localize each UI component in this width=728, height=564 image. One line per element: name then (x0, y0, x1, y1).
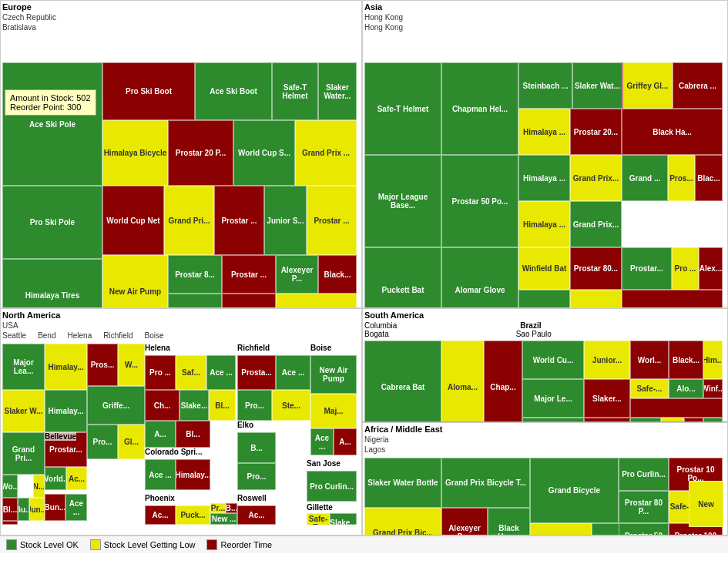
b-e-cell[interactable]: B... (237, 432, 276, 463)
blah-cell[interactable]: Bl... (176, 421, 210, 448)
himalaya-3-cell[interactable]: Himalaya ... (518, 201, 570, 247)
junior-s-cell[interactable]: Junior S... (264, 186, 307, 255)
slaker-wb-af-cell[interactable]: Slaker Water Bottle (364, 458, 441, 508)
slaker-wat-cell[interactable]: Slaker Wat... (572, 62, 622, 109)
prostar-50-cell[interactable]: Prostar 50 Po... (441, 155, 518, 247)
new-air-pump-na-cell[interactable]: New Air Pump (310, 355, 357, 394)
himalay-na-cell[interactable]: Himalay... (45, 344, 87, 390)
prostar-20-asia-cell[interactable]: Prostar 20... (570, 109, 622, 155)
world-cup-net-cell[interactable]: World Cup Net (102, 186, 164, 255)
pro-e-cell[interactable]: Pro... (237, 463, 276, 490)
pros-na1-cell[interactable]: Pros... (87, 344, 118, 386)
prosta-r-cell[interactable]: Prosta... (237, 355, 276, 390)
slake-gil[interactable]: Slake... (330, 513, 357, 525)
ace-h-cell[interactable]: Ace ... (206, 355, 236, 390)
grand-prix-bic2-af-cell[interactable]: Grand Prix Bic... (364, 508, 441, 535)
safe-sp-cell[interactable]: Safe-... (630, 379, 669, 398)
bu-na[interactable]: Bu... (18, 498, 29, 521)
safe-gil[interactable]: Safe-T... (307, 513, 330, 525)
grand-bic-af-cell[interactable]: Grand Bicycle (530, 458, 619, 523)
grand-pri-cell[interactable]: Grand Pri... (164, 186, 214, 255)
alexeyer-p-cell[interactable]: Alexeyer P... (276, 255, 318, 294)
ac-ph[interactable]: Ac... (145, 505, 176, 525)
black-haw-af-cell[interactable]: Black Haw... (488, 508, 530, 535)
chap-cell[interactable]: Chap... (484, 341, 522, 421)
world-na[interactable]: World... (45, 467, 66, 490)
alomar-glove-cell[interactable]: Alomar Glove (441, 247, 518, 308)
black-2-cell[interactable]: Black... (222, 294, 276, 308)
grand-prix-cell[interactable]: Grand Prix ... (295, 120, 357, 186)
alo-sp-cell[interactable]: Alo... (669, 379, 703, 398)
asia-safe-t-cell[interactable]: Safe-T Helmet (364, 62, 441, 155)
ac-na[interactable]: Ac... (66, 467, 87, 490)
ace-b-cell[interactable]: Ace ... (310, 428, 334, 455)
ac-ro[interactable]: Ac... (237, 505, 276, 525)
ace2-h-cell[interactable]: A... (145, 421, 176, 448)
low-right-cell[interactable] (622, 62, 623, 109)
world-cup-s-cell[interactable]: World Cup S... (233, 120, 295, 186)
bottom-right-cell[interactable] (276, 294, 357, 308)
winfield-bat-cell[interactable]: Winfield Bat (518, 247, 570, 290)
himalay-c-cell[interactable]: Himalay... (176, 459, 210, 490)
puck-ph[interactable]: Puck... (176, 505, 210, 525)
chapman-hel-cell[interactable]: Chapman Hel... (441, 62, 518, 155)
new-air-pump-cell[interactable]: New Air Pump (102, 255, 168, 308)
a-b-cell[interactable]: A... (334, 428, 357, 455)
pro-ski-boot-cell[interactable]: Pro Ski Boot (102, 62, 195, 120)
griffe-na-cell[interactable]: Griffe... (87, 386, 145, 425)
pro-curl-af-cell[interactable]: Pro Curlin... (619, 458, 669, 491)
new-bottom-cell[interactable]: New (689, 481, 723, 527)
puckett-bat-cell[interactable]: Puckett Bat (364, 247, 441, 308)
blac-asia-cell[interactable]: Blac... (695, 155, 723, 201)
himalaya-2-cell[interactable]: Himalaya ... (518, 155, 570, 201)
prostar-2-cell[interactable]: Prostar ... (307, 186, 357, 255)
pro-sj-cell[interactable]: Pro Curlin... (307, 471, 357, 502)
cabrera-bat-cell[interactable]: Cabrera Bat (364, 341, 441, 421)
major-league-cell[interactable]: Major League Base... (364, 155, 441, 247)
black-sp-cell[interactable]: Black... (669, 341, 703, 379)
junior-sp-cell[interactable]: Junior... (584, 341, 630, 379)
jun-na[interactable]: Jun... (29, 498, 45, 521)
major-lea-na-cell[interactable]: Major Lea... (2, 344, 45, 390)
bottom-asia-cell[interactable] (622, 290, 723, 308)
black-1-cell[interactable]: Black... (318, 255, 357, 294)
ace-ski-boot-cell[interactable]: Ace Ski Boot (195, 62, 272, 120)
himalaya-tires-cell[interactable]: Himalaya Tires (2, 259, 102, 308)
alex-as-cell[interactable]: Alex... (699, 247, 723, 290)
pro-na-cell[interactable]: Pro... (87, 425, 118, 459)
prostar-20-cell[interactable]: Prostar 20 P... (168, 120, 233, 186)
slake-h-cell[interactable]: Slake... (179, 390, 209, 421)
grand-prix-bic-af-cell[interactable]: Grand Prix Bicycle T... (441, 458, 530, 508)
winf-sp-cell[interactable]: Winf... (703, 379, 723, 398)
slaker-w-na-cell[interactable]: Slaker W... (2, 390, 45, 432)
prostar-net-cell[interactable]: Prostar ... (214, 186, 264, 255)
slaker-water-cell[interactable]: Slaker Water... (318, 62, 357, 120)
bla2-na[interactable]: Bl... (2, 498, 18, 521)
pro-r-cell[interactable]: Pro... (237, 390, 272, 421)
grand-pri-na-cell[interactable]: Grand Pri... (2, 432, 45, 475)
pro-h-cell[interactable]: Pro ... (145, 355, 176, 390)
aloma-cell[interactable]: Aloma... (441, 341, 484, 421)
saf-h-cell[interactable]: Saf... (176, 355, 206, 390)
pro-ski-pole-cell[interactable]: Pro Ski Pole (2, 186, 102, 259)
ace-ski-pole-cell[interactable]: Ace Ski Pole (2, 62, 102, 186)
pr-btm[interactable]: Pr... (210, 503, 226, 513)
prostar-as3-cell[interactable] (570, 290, 622, 308)
ace-r-cell[interactable]: Ace ... (276, 355, 310, 390)
slaker-sp-cell[interactable]: Slaker... (584, 379, 630, 418)
wo-na-cell[interactable]: Wo... (2, 475, 18, 498)
ace-na-btm[interactable]: Ace ... (65, 494, 87, 521)
ch-h-cell[interactable]: Ch... (145, 390, 179, 421)
himalaya-bicycle-cell[interactable]: Himalaya Bicycle (102, 120, 168, 186)
major-le-sp-cell[interactable]: Major Le... (522, 379, 584, 418)
safe-t-helmet-cell[interactable]: Safe-T Helmet (272, 62, 318, 120)
b-btm[interactable]: B... (226, 503, 237, 513)
grand-prix-2-cell[interactable]: Grand Prix... (570, 201, 622, 247)
prostar-8-cell[interactable]: Prostar 8... (168, 255, 222, 294)
ste-r-cell[interactable]: Ste... (272, 390, 310, 421)
pro-as-cell[interactable]: Pro ... (672, 247, 699, 290)
gl-na-cell[interactable]: Gl... (118, 425, 145, 459)
grand-asia-cell[interactable]: Grand ... (622, 155, 668, 201)
prostar-80-af-cell[interactable]: Prostar 80 P... (619, 491, 669, 523)
n-na-cell[interactable]: N... (33, 475, 45, 498)
